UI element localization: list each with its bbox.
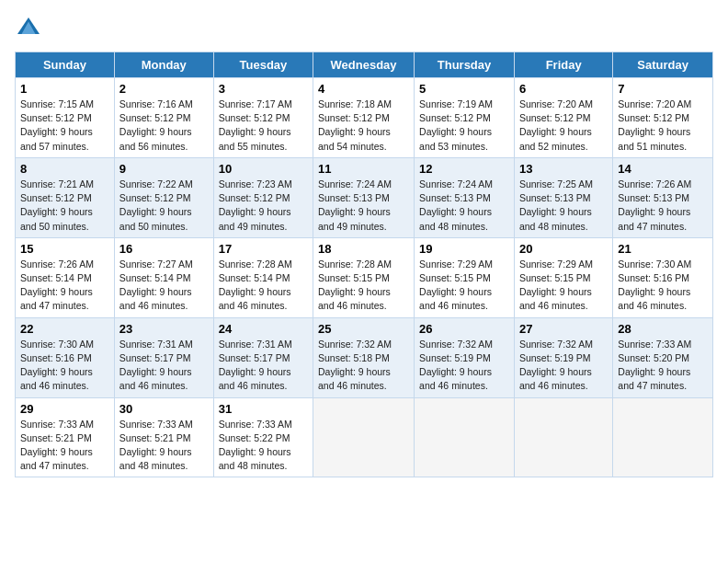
calendar-cell: 19Sunrise: 7:29 AMSunset: 5:15 PMDayligh… <box>415 237 515 317</box>
day-info: Sunrise: 7:30 AMSunset: 5:16 PMDaylight:… <box>20 338 109 394</box>
calendar-cell: 28Sunrise: 7:33 AMSunset: 5:20 PMDayligh… <box>613 317 713 397</box>
day-info: Sunrise: 7:27 AMSunset: 5:14 PMDaylight:… <box>119 258 209 314</box>
day-number: 23 <box>119 322 209 336</box>
calendar-cell <box>613 397 713 477</box>
header-tuesday: Tuesday <box>213 52 313 78</box>
calendar-cell: 9Sunrise: 7:22 AMSunset: 5:12 PMDaylight… <box>114 157 213 237</box>
calendar-cell: 22Sunrise: 7:30 AMSunset: 5:16 PMDayligh… <box>16 317 115 397</box>
day-number: 20 <box>519 242 608 256</box>
day-number: 22 <box>20 322 109 336</box>
calendar-cell: 1Sunrise: 7:15 AMSunset: 5:12 PMDaylight… <box>16 78 115 158</box>
day-number: 9 <box>119 162 209 176</box>
calendar-cell <box>415 397 515 477</box>
calendar-header-row: SundayMondayTuesdayWednesdayThursdayFrid… <box>16 52 713 78</box>
calendar-cell: 10Sunrise: 7:23 AMSunset: 5:12 PMDayligh… <box>213 157 313 237</box>
week-row-2: 8Sunrise: 7:21 AMSunset: 5:12 PMDaylight… <box>16 157 713 237</box>
day-info: Sunrise: 7:28 AMSunset: 5:15 PMDaylight:… <box>318 258 409 314</box>
day-info: Sunrise: 7:16 AMSunset: 5:12 PMDaylight:… <box>119 98 209 154</box>
calendar-cell: 14Sunrise: 7:26 AMSunset: 5:13 PMDayligh… <box>613 157 713 237</box>
day-number: 12 <box>419 162 509 176</box>
calendar-cell: 21Sunrise: 7:30 AMSunset: 5:16 PMDayligh… <box>613 237 713 317</box>
page-header <box>15 15 713 42</box>
day-info: Sunrise: 7:20 AMSunset: 5:12 PMDaylight:… <box>618 98 708 154</box>
day-info: Sunrise: 7:19 AMSunset: 5:12 PMDaylight:… <box>419 98 509 154</box>
day-number: 25 <box>318 322 409 336</box>
day-info: Sunrise: 7:17 AMSunset: 5:12 PMDaylight:… <box>219 98 308 154</box>
calendar-cell: 3Sunrise: 7:17 AMSunset: 5:12 PMDaylight… <box>213 78 313 158</box>
day-info: Sunrise: 7:15 AMSunset: 5:12 PMDaylight:… <box>20 98 109 154</box>
day-number: 15 <box>20 242 109 256</box>
day-info: Sunrise: 7:33 AMSunset: 5:21 PMDaylight:… <box>20 418 109 474</box>
calendar-cell: 23Sunrise: 7:31 AMSunset: 5:17 PMDayligh… <box>114 317 213 397</box>
day-number: 24 <box>219 322 308 336</box>
week-row-1: 1Sunrise: 7:15 AMSunset: 5:12 PMDaylight… <box>16 78 713 158</box>
day-info: Sunrise: 7:32 AMSunset: 5:19 PMDaylight:… <box>519 338 608 394</box>
calendar-cell: 18Sunrise: 7:28 AMSunset: 5:15 PMDayligh… <box>313 237 415 317</box>
calendar-cell: 16Sunrise: 7:27 AMSunset: 5:14 PMDayligh… <box>114 237 213 317</box>
day-info: Sunrise: 7:26 AMSunset: 5:13 PMDaylight:… <box>618 178 708 234</box>
day-info: Sunrise: 7:30 AMSunset: 5:16 PMDaylight:… <box>618 258 708 314</box>
day-number: 17 <box>219 242 308 256</box>
day-number: 10 <box>219 162 308 176</box>
day-info: Sunrise: 7:29 AMSunset: 5:15 PMDaylight:… <box>519 258 608 314</box>
day-number: 31 <box>219 402 308 416</box>
logo-icon <box>15 15 42 42</box>
calendar-cell: 6Sunrise: 7:20 AMSunset: 5:12 PMDaylight… <box>514 78 612 158</box>
calendar-cell: 4Sunrise: 7:18 AMSunset: 5:12 PMDaylight… <box>313 78 415 158</box>
day-number: 7 <box>618 82 708 96</box>
calendar-cell: 27Sunrise: 7:32 AMSunset: 5:19 PMDayligh… <box>514 317 612 397</box>
day-info: Sunrise: 7:26 AMSunset: 5:14 PMDaylight:… <box>20 258 109 314</box>
header-wednesday: Wednesday <box>313 52 415 78</box>
header-saturday: Saturday <box>613 52 713 78</box>
day-number: 3 <box>219 82 308 96</box>
day-number: 18 <box>318 242 409 256</box>
day-info: Sunrise: 7:31 AMSunset: 5:17 PMDaylight:… <box>119 338 209 394</box>
header-sunday: Sunday <box>16 52 115 78</box>
day-number: 26 <box>419 322 509 336</box>
day-info: Sunrise: 7:33 AMSunset: 5:21 PMDaylight:… <box>119 418 209 474</box>
day-info: Sunrise: 7:23 AMSunset: 5:12 PMDaylight:… <box>219 178 308 234</box>
day-number: 1 <box>20 82 109 96</box>
calendar-cell: 15Sunrise: 7:26 AMSunset: 5:14 PMDayligh… <box>16 237 115 317</box>
calendar-body: 1Sunrise: 7:15 AMSunset: 5:12 PMDaylight… <box>16 78 713 477</box>
header-thursday: Thursday <box>415 52 515 78</box>
day-number: 11 <box>318 162 409 176</box>
day-number: 14 <box>618 162 708 176</box>
day-info: Sunrise: 7:24 AMSunset: 5:13 PMDaylight:… <box>419 178 509 234</box>
day-info: Sunrise: 7:33 AMSunset: 5:22 PMDaylight:… <box>219 418 308 474</box>
day-number: 19 <box>419 242 509 256</box>
day-info: Sunrise: 7:24 AMSunset: 5:13 PMDaylight:… <box>318 178 409 234</box>
day-info: Sunrise: 7:31 AMSunset: 5:17 PMDaylight:… <box>219 338 308 394</box>
calendar-cell: 20Sunrise: 7:29 AMSunset: 5:15 PMDayligh… <box>514 237 612 317</box>
day-number: 6 <box>519 82 608 96</box>
header-friday: Friday <box>514 52 612 78</box>
calendar-cell: 24Sunrise: 7:31 AMSunset: 5:17 PMDayligh… <box>213 317 313 397</box>
day-number: 5 <box>419 82 509 96</box>
calendar-cell: 11Sunrise: 7:24 AMSunset: 5:13 PMDayligh… <box>313 157 415 237</box>
day-info: Sunrise: 7:21 AMSunset: 5:12 PMDaylight:… <box>20 178 109 234</box>
calendar-cell: 31Sunrise: 7:33 AMSunset: 5:22 PMDayligh… <box>213 397 313 477</box>
day-number: 13 <box>519 162 608 176</box>
calendar-cell: 25Sunrise: 7:32 AMSunset: 5:18 PMDayligh… <box>313 317 415 397</box>
week-row-3: 15Sunrise: 7:26 AMSunset: 5:14 PMDayligh… <box>16 237 713 317</box>
calendar-cell: 26Sunrise: 7:32 AMSunset: 5:19 PMDayligh… <box>415 317 515 397</box>
day-info: Sunrise: 7:28 AMSunset: 5:14 PMDaylight:… <box>219 258 308 314</box>
day-info: Sunrise: 7:22 AMSunset: 5:12 PMDaylight:… <box>119 178 209 234</box>
day-number: 8 <box>20 162 109 176</box>
calendar-cell: 12Sunrise: 7:24 AMSunset: 5:13 PMDayligh… <box>415 157 515 237</box>
calendar-table: SundayMondayTuesdayWednesdayThursdayFrid… <box>15 52 713 477</box>
day-number: 29 <box>20 402 109 416</box>
calendar-cell: 7Sunrise: 7:20 AMSunset: 5:12 PMDaylight… <box>613 78 713 158</box>
day-info: Sunrise: 7:32 AMSunset: 5:19 PMDaylight:… <box>419 338 509 394</box>
calendar-cell: 2Sunrise: 7:16 AMSunset: 5:12 PMDaylight… <box>114 78 213 158</box>
day-number: 27 <box>519 322 608 336</box>
day-info: Sunrise: 7:33 AMSunset: 5:20 PMDaylight:… <box>618 338 708 394</box>
day-info: Sunrise: 7:25 AMSunset: 5:13 PMDaylight:… <box>519 178 608 234</box>
calendar-cell: 17Sunrise: 7:28 AMSunset: 5:14 PMDayligh… <box>213 237 313 317</box>
day-number: 30 <box>119 402 209 416</box>
day-info: Sunrise: 7:18 AMSunset: 5:12 PMDaylight:… <box>318 98 409 154</box>
day-info: Sunrise: 7:20 AMSunset: 5:12 PMDaylight:… <box>519 98 608 154</box>
day-number: 28 <box>618 322 708 336</box>
day-number: 2 <box>119 82 209 96</box>
calendar-cell: 29Sunrise: 7:33 AMSunset: 5:21 PMDayligh… <box>16 397 115 477</box>
